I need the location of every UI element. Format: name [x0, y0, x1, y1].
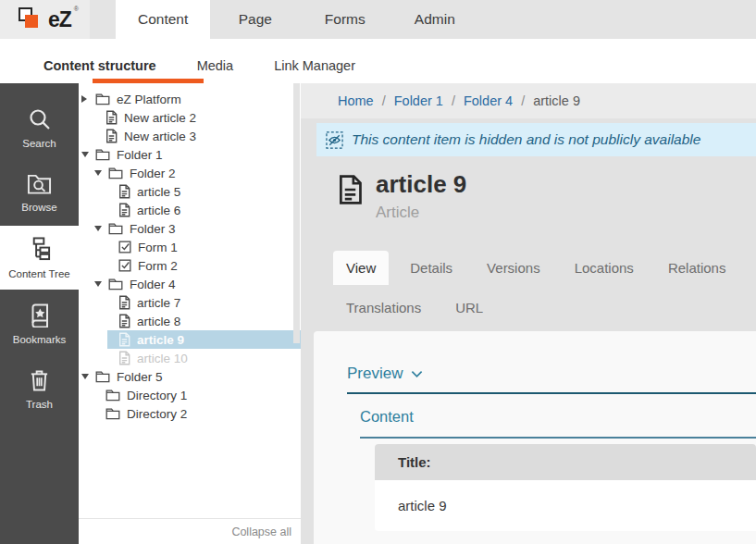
tree-item-article-6[interactable]: article 6 — [79, 201, 301, 219]
collapse-arrow-icon[interactable] — [81, 152, 93, 157]
rail-item-label: Content Tree — [8, 268, 69, 279]
subnav-tab-link-manager[interactable]: Link Manager — [274, 58, 355, 73]
tree-item-content: eZ Platform — [93, 90, 301, 108]
article-icon — [118, 295, 130, 310]
tree-item-content: article 9 — [107, 330, 301, 349]
tree-item-directory-2[interactable]: Directory 2 — [79, 404, 301, 423]
top-bar: eZ® ContentPageFormsAdmin — [0, 0, 756, 39]
subnav-tab-media[interactable]: Media — [197, 58, 234, 73]
rail-item-browse[interactable]: Browse — [0, 162, 79, 223]
tree-item-label: New article 3 — [124, 130, 196, 143]
article-icon — [118, 184, 130, 199]
top-tab-page[interactable]: Page — [210, 0, 300, 39]
preview-label: Preview — [347, 365, 403, 383]
subnav-tabs: Content structureMediaLink Manager — [43, 58, 355, 73]
tree-item-article-8[interactable]: article 8 — [79, 312, 301, 330]
tree-item-content: New article 3 — [94, 127, 301, 145]
breadcrumb-separator: / — [521, 93, 525, 108]
tree-item-article-9[interactable]: article 9 — [79, 330, 301, 349]
folder-icon — [108, 222, 123, 235]
form-icon — [118, 241, 131, 253]
left-rail: SearchBrowseContent TreeBookmarksTrash — [0, 83, 79, 544]
preview-section-toggle[interactable]: Preview — [347, 365, 423, 383]
sub-nav: Content structureMediaLink Manager — [0, 39, 756, 83]
collapse-arrow-icon[interactable] — [94, 281, 106, 287]
tab-details[interactable]: Details — [397, 251, 465, 285]
tree-item-content: article 8 — [107, 312, 301, 330]
tree-item-label: article 9 — [137, 333, 184, 347]
content-tree-icon — [27, 237, 52, 262]
tree-item-label: article 5 — [137, 185, 180, 199]
rail-item-content-tree[interactable]: Content Tree — [0, 226, 79, 290]
content-type-label: Article — [376, 204, 466, 222]
breadcrumb-link-folder-4[interactable]: Folder 4 — [464, 93, 513, 108]
tree-scrollbar[interactable] — [293, 83, 300, 343]
tab-url[interactable]: URL — [442, 291, 496, 325]
tree-item-content: Directory 2 — [94, 404, 301, 423]
top-tab-forms[interactable]: Forms — [300, 0, 390, 39]
tree-item-article-7[interactable]: article 7 — [79, 293, 301, 312]
tab-locations[interactable]: Locations — [562, 251, 647, 285]
field-label: Title: — [375, 444, 756, 480]
collapse-all-button[interactable]: Collapse all — [79, 518, 301, 544]
tree-item-label: New article 2 — [124, 111, 196, 125]
logo-text: eZ® — [48, 7, 71, 32]
rail-item-trash[interactable]: Trash — [0, 358, 79, 420]
page-title: article 9 — [376, 171, 466, 198]
subnav-tab-content-structure[interactable]: Content structure — [43, 58, 156, 73]
rail-item-search[interactable]: Search — [0, 96, 79, 159]
tree-item-folder-2[interactable]: Folder 2 — [79, 164, 301, 182]
folder-icon — [108, 278, 123, 291]
tree-item-content: Folder 5 — [93, 367, 301, 386]
tree-item-folder-5[interactable]: Folder 5 — [79, 367, 301, 386]
tree-item-folder-3[interactable]: Folder 3 — [79, 219, 301, 238]
preview-divider — [347, 392, 756, 394]
collapse-arrow-icon[interactable] — [81, 374, 93, 379]
expand-arrow-icon[interactable] — [81, 95, 93, 103]
tree-item-label: Folder 3 — [130, 222, 176, 236]
tree-item-content: Folder 4 — [106, 275, 301, 293]
form-icon — [118, 259, 131, 272]
rail-item-label: Search — [22, 138, 56, 149]
tree-item-article-5[interactable]: article 5 — [79, 182, 301, 201]
tree-item-directory-1[interactable]: Directory 1 — [79, 386, 301, 404]
chevron-down-icon — [411, 370, 423, 378]
tree-item-label: Form 1 — [138, 241, 178, 254]
folder-icon — [105, 389, 120, 402]
breadcrumb-link-home[interactable]: Home — [338, 93, 374, 108]
tree-item-ez-platform[interactable]: eZ Platform — [79, 90, 301, 108]
tree-item-label: Directory 2 — [127, 407, 187, 421]
top-tab-admin[interactable]: Admin — [390, 0, 479, 39]
page-title-block: article 9 Article — [338, 171, 466, 222]
breadcrumb-separator: / — [452, 93, 455, 108]
tree-item-new-article-3[interactable]: New article 3 — [79, 127, 301, 145]
top-tab-content[interactable]: Content — [116, 0, 210, 39]
tree-item-folder-4[interactable]: Folder 4 — [79, 275, 301, 293]
tree-item-label: Folder 4 — [130, 278, 176, 291]
tree-item-new-article-2[interactable]: New article 2 — [79, 108, 301, 127]
article-icon — [118, 203, 130, 217]
breadcrumb-link-folder-1[interactable]: Folder 1 — [394, 93, 443, 108]
tree-item-label: article 6 — [137, 204, 180, 217]
tree-item-article-10[interactable]: article 10 — [79, 349, 301, 367]
collapse-arrow-icon[interactable] — [94, 226, 106, 231]
article-icon — [118, 351, 130, 365]
tree-item-folder-1[interactable]: Folder 1 — [79, 145, 301, 164]
tree-item-label: article 10 — [137, 352, 188, 365]
article-icon — [338, 171, 363, 222]
tab-view[interactable]: View — [333, 251, 389, 285]
tab-relations[interactable]: Relations — [655, 251, 739, 285]
tree-item-content: Folder 1 — [93, 145, 301, 164]
collapse-arrow-icon[interactable] — [94, 170, 106, 176]
tree-item-content: article 7 — [107, 293, 301, 312]
tree-item-content: Form 2 — [107, 256, 301, 275]
tree-item-form-2[interactable]: Form 2 — [79, 256, 301, 275]
rail-item-label: Browse — [21, 202, 56, 213]
tree-item-content: article 5 — [107, 182, 301, 201]
tab-translations[interactable]: Translations — [333, 291, 434, 325]
field-table: Title: article 9 — [375, 444, 756, 531]
ez-logo[interactable]: eZ® — [0, 0, 90, 39]
tree-item-form-1[interactable]: Form 1 — [79, 238, 301, 256]
tab-versions[interactable]: Versions — [474, 251, 553, 285]
rail-item-bookmarks[interactable]: Bookmarks — [0, 292, 79, 355]
